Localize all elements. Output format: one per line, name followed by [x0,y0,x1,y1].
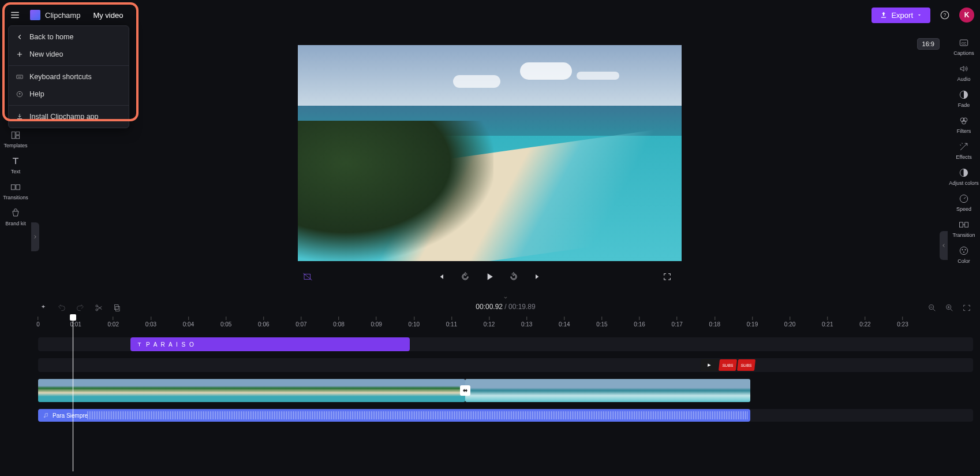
timeline: 00:00.92 / 00:19.89 00:010:020:030:040:0… [31,296,980,476]
subscribe-clip[interactable]: ▶ SUBS SUBS [701,358,755,372]
rightbar-adjust-colors[interactable]: Adjust colors [948,163,979,189]
hamburger-dropdown: Back to home New video Keyboard shortcut… [8,25,129,128]
audio-clip[interactable]: Para Siempre [38,409,750,422]
audio-track[interactable]: Para Siempre [38,409,973,422]
svg-point-23 [960,247,967,254]
sidebar-brand-kit[interactable]: Brand kit [1,204,30,230]
templates-icon [10,129,21,141]
ruler-tick: 0:18 [709,317,720,328]
zoom-in-button[interactable] [944,303,955,313]
svg-point-28 [96,305,98,307]
zoom-fit-button[interactable] [962,303,972,313]
rightbar-color[interactable]: Color [948,241,979,267]
undo-button[interactable] [57,303,67,313]
playhead[interactable] [73,317,73,471]
timeline-collapse[interactable] [494,292,517,299]
split-button[interactable] [93,303,104,313]
menu-new-video[interactable]: New video [9,46,129,63]
redo-button[interactable] [75,303,85,313]
ruler-tick: 0:19 [747,317,758,328]
rightbar-transition[interactable]: Transition [948,215,979,241]
rightbar-audio[interactable]: Audio [948,60,979,85]
project-name[interactable]: My video [93,11,123,20]
text-icon [10,155,21,167]
svg-rect-21 [960,222,963,227]
menu-back-to-home[interactable]: Back to home [9,28,129,46]
svg-rect-30 [115,306,119,311]
fade-icon [958,89,970,101]
sidebar-text[interactable]: Text [1,152,30,178]
transition-icon [462,387,469,394]
sidebar-templates[interactable]: Templates [1,126,30,152]
ruler-tick: 0:10 [409,317,420,328]
plus-icon [16,50,24,58]
undo-icon [57,303,66,313]
preview-canvas[interactable] [298,45,682,261]
rightbar-effects[interactable]: Effects [948,137,979,163]
video-clip-2[interactable] [465,379,750,402]
skip-end-button[interactable] [532,270,544,283]
music-note-icon [43,412,49,419]
aspect-ratio-button[interactable]: 16:9 [917,38,940,50]
overlay-track[interactable]: ▶ SUBS SUBS [38,358,973,372]
svg-point-24 [962,249,963,250]
ruler-tick: 0:07 [296,317,306,328]
sparkle-icon [39,303,48,313]
play-button[interactable] [483,270,496,283]
timeline-ruler[interactable]: 00:010:020:030:040:050:060:070:080:090:1… [38,317,973,330]
auto-button[interactable] [38,303,48,313]
zoom-out-button[interactable] [927,303,937,313]
video-clip-1[interactable] [38,379,465,402]
ruler-tick: 0:08 [333,317,344,328]
video-track[interactable] [38,379,973,402]
skip-start-button[interactable] [435,270,447,283]
ruler-tick: 0:13 [521,317,532,328]
svg-rect-8 [12,132,15,139]
menu-keyboard-shortcuts[interactable]: Keyboard shortcuts [9,68,129,85]
download-icon [16,113,24,121]
rewind-button[interactable] [459,270,472,283]
top-bar: Clipchamp My video Export ? K [0,0,980,30]
captions-icon: CC [958,37,970,49]
ruler-tick: 0:03 [145,317,156,328]
sidebar-transitions[interactable]: Transitions [1,178,30,204]
svg-rect-9 [16,132,20,135]
fullscreen-button[interactable] [661,270,674,283]
svg-point-29 [96,309,98,311]
upload-icon [880,11,888,19]
effects-icon [958,141,970,153]
play-icon [484,271,495,282]
rightbar-captions[interactable]: CC Captions [948,34,979,60]
current-time: 00:00.92 [476,303,503,311]
user-avatar[interactable]: K [959,8,974,23]
clipchamp-logo-icon [30,10,40,20]
left-panel-expand[interactable] [31,222,39,251]
transition-marker[interactable] [460,385,470,396]
hamburger-menu-button[interactable] [6,6,24,24]
text-track[interactable]: P A R A I S O [38,337,973,351]
ruler-tick: 0:09 [371,317,381,328]
copy-button[interactable] [112,303,122,313]
transition-icon [958,219,970,230]
sparkle-icon [302,272,313,282]
arrow-left-icon [16,33,24,41]
timeline-toolbar [38,303,122,313]
rightbar-filters[interactable]: Filters [948,111,979,137]
ruler-tick: 0:11 [446,317,457,328]
menu-help[interactable]: ? Help [9,85,129,103]
timecode-display: 00:00.92 / 00:19.89 [476,303,535,311]
skip-next-icon [533,272,543,281]
menu-install-app[interactable]: Install Clipchamp app [9,108,129,125]
filters-icon [958,115,970,127]
rightbar-speed[interactable]: Speed [948,189,979,215]
transitions-icon [10,181,21,193]
playback-controls [435,270,544,283]
forward-button[interactable] [507,270,520,283]
title-clip[interactable]: P A R A I S O [130,337,410,351]
ruler-tick: 0:14 [559,317,570,328]
export-button[interactable]: Export [871,8,930,23]
help-button[interactable]: ? [936,6,953,24]
rightbar-fade[interactable]: Fade [948,85,979,111]
effects-toggle-button[interactable] [301,270,314,283]
export-label: Export [891,11,913,20]
